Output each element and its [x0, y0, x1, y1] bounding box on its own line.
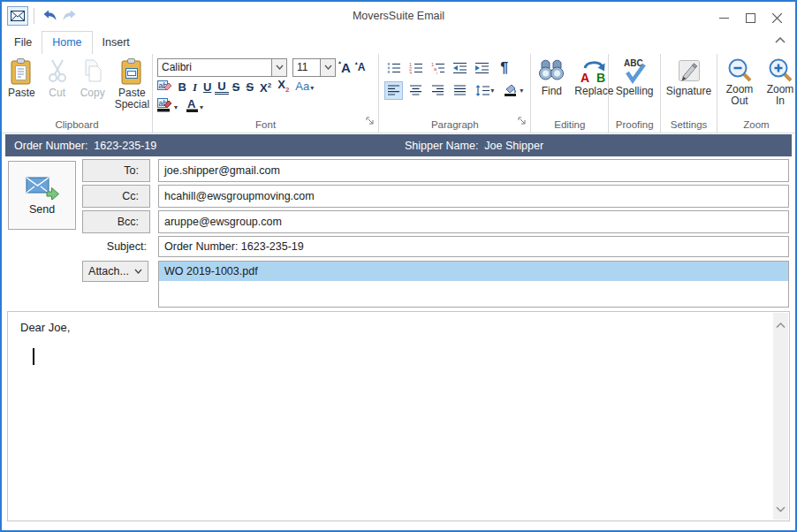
shrink-font-button[interactable]: ▲A	[354, 61, 369, 73]
bcc-field[interactable]: aruppe@ewsgroup.com	[158, 210, 789, 233]
window-title: MoversSuite Email	[2, 10, 795, 22]
subject-field[interactable]: Order Number: 1623-235-19	[158, 236, 789, 257]
subscript-button[interactable]: X2	[275, 77, 292, 98]
font-color-letter: A	[187, 98, 196, 110]
send-button[interactable]: Send	[8, 161, 76, 230]
copy-button[interactable]: Copy	[75, 56, 110, 118]
paste-special-button[interactable]: Paste Special	[110, 56, 154, 118]
paste-button[interactable]: Paste	[4, 56, 40, 118]
replace-icon: A B	[579, 57, 609, 84]
copy-icon	[80, 57, 106, 86]
font-size-dropdown[interactable]	[320, 59, 335, 76]
shipper-name-value: Joe Shipper	[484, 140, 543, 152]
tab-home[interactable]: Home	[42, 31, 92, 54]
double-strikethrough-button[interactable]: S	[243, 80, 257, 95]
cc-field[interactable]: hcahill@ewsgroupmoving.com	[158, 185, 789, 208]
scroll-down-icon[interactable]	[776, 500, 786, 516]
to-field[interactable]: joe.shipper@gmail.com	[158, 159, 789, 182]
font-dialog-launcher[interactable]	[366, 113, 375, 129]
align-right-icon	[432, 85, 444, 95]
find-button[interactable]: Find	[533, 56, 570, 118]
change-case-button[interactable]: Aa▾	[292, 79, 317, 96]
font-family-dropdown[interactable]	[271, 59, 286, 76]
zoom-out-button[interactable]: Zoom Out	[719, 56, 760, 118]
minimize-button[interactable]	[710, 8, 737, 27]
align-right-button[interactable]	[429, 81, 447, 100]
proofing-group-label: Proofing	[609, 119, 660, 130]
group-editing: Find A B Replace Editing	[531, 54, 609, 133]
bcc-button[interactable]: Bcc:	[82, 210, 150, 233]
show-marks-button[interactable]: ¶	[495, 59, 513, 78]
highlight-dropdown[interactable]: ▾	[174, 103, 178, 111]
maximize-button[interactable]	[737, 8, 763, 27]
body-scrollbar[interactable]	[773, 313, 788, 520]
svg-text:A: A	[581, 71, 589, 84]
close-button[interactable]	[763, 8, 790, 27]
message-body[interactable]: Dear Joe,	[7, 311, 790, 521]
send-icon	[26, 175, 59, 200]
cc-button[interactable]: Cc:	[82, 185, 150, 208]
attachment-list: WO 2019-1003.pdf	[158, 261, 789, 308]
highlight-button[interactable]: ab	[157, 98, 173, 116]
attach-dropdown-icon	[134, 269, 142, 274]
zoom-group-label: Zoom	[717, 119, 795, 130]
line-spacing-button[interactable]: ▾	[473, 81, 497, 100]
zoom-in-icon	[767, 57, 793, 82]
strikethrough-button[interactable]: S	[229, 80, 243, 95]
clear-formatting-button[interactable]: ab	[157, 80, 172, 96]
group-settings: Signature Settings	[661, 54, 717, 133]
zoom-in-button[interactable]: Zoom In	[760, 56, 797, 118]
align-center-button[interactable]	[406, 81, 425, 100]
shading-button[interactable]: ▾	[500, 81, 527, 100]
align-left-button[interactable]	[384, 81, 403, 100]
collapse-ribbon-button[interactable]	[775, 31, 786, 47]
group-zoom: Zoom Out Zoom In Zoom	[717, 54, 795, 133]
decrease-indent-icon	[452, 62, 467, 74]
find-icon	[537, 57, 565, 84]
multilevel-list-icon: 1ai	[431, 62, 445, 74]
movers-suite-email-window: MoversSuite Email File Home Insert	[0, 0, 797, 532]
increase-indent-button[interactable]	[473, 59, 491, 78]
group-paragraph: 123 1ai	[379, 54, 531, 133]
scroll-up-icon[interactable]	[776, 316, 786, 332]
font-size-combo[interactable]: 11	[292, 58, 336, 77]
underline-button[interactable]: U	[200, 80, 214, 95]
paragraph-dialog-launcher[interactable]	[518, 113, 527, 129]
attach-button[interactable]: Attach...	[82, 261, 148, 282]
svg-text:ABC: ABC	[624, 58, 643, 68]
tab-insert[interactable]: Insert	[93, 32, 140, 54]
spelling-button[interactable]: ABC Spelling	[611, 56, 658, 118]
decrease-indent-button[interactable]	[451, 59, 469, 78]
numbering-button[interactable]: 123	[406, 59, 425, 78]
title-bar: MoversSuite Email	[2, 2, 795, 29]
ribbon: Paste Cut Copy	[2, 54, 795, 133]
paste-icon	[8, 57, 34, 86]
ribbon-tabs: File Home Insert	[2, 29, 795, 54]
multilevel-list-button[interactable]: 1ai	[429, 59, 447, 78]
highlight-icon: ab	[157, 98, 173, 112]
bold-button[interactable]: B	[175, 80, 189, 95]
cut-button[interactable]: Cut	[40, 56, 75, 118]
group-clipboard: Paste Cut Copy	[2, 54, 153, 133]
justify-button[interactable]	[451, 81, 469, 100]
compose-form: Send To: joe.shipper@gmail.com Cc: hcahi…	[2, 159, 795, 311]
superscript-button[interactable]: X2	[257, 78, 275, 96]
font-color-dropdown[interactable]: ▾	[200, 103, 203, 111]
grow-font-button[interactable]: ▲A	[338, 60, 354, 75]
bullets-button[interactable]	[384, 59, 403, 78]
attachment-item[interactable]: WO 2019-1003.pdf	[159, 262, 788, 281]
group-proofing: ABC Spelling Proofing	[609, 54, 661, 133]
tab-file[interactable]: File	[4, 32, 42, 54]
to-button[interactable]: To:	[82, 159, 150, 182]
shading-icon	[504, 84, 519, 96]
font-family-combo[interactable]: Calibri	[157, 58, 287, 77]
svg-text:B: B	[596, 71, 605, 84]
settings-group-label: Settings	[661, 119, 717, 130]
signature-button[interactable]: Signature	[662, 56, 716, 118]
italic-button[interactable]: I	[189, 80, 200, 95]
font-color-button[interactable]: A	[186, 98, 199, 116]
order-info-bar: Order Number: 1623-235-19 Shipper Name: …	[5, 134, 792, 156]
double-underline-button[interactable]: U	[215, 80, 229, 95]
font-color-icon: A	[186, 98, 199, 112]
text-cursor	[33, 348, 34, 365]
